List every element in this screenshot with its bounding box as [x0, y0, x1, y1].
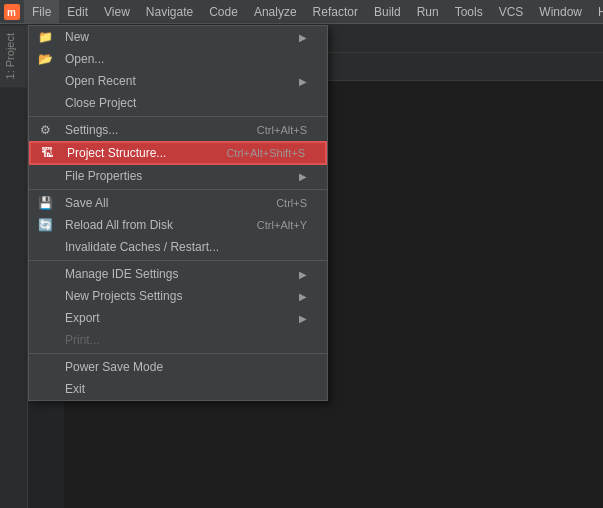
menubar-window[interactable]: Window — [531, 0, 590, 23]
manage-ide-arrow-icon: ▶ — [299, 269, 307, 280]
menu-item-save-all[interactable]: 💾 Save All Ctrl+S — [29, 192, 327, 214]
menubar-build[interactable]: Build — [366, 0, 409, 23]
menu-item-export-label: Export — [65, 311, 299, 325]
menu-item-reload-label: Reload All from Disk — [65, 218, 237, 232]
project-structure-icon: 🏗 — [39, 145, 55, 161]
menu-item-reload[interactable]: 🔄 Reload All from Disk Ctrl+Alt+Y — [29, 214, 327, 236]
menubar-edit[interactable]: Edit — [59, 0, 96, 23]
menu-item-close-project[interactable]: Close Project — [29, 92, 327, 114]
menubar-code[interactable]: Code — [201, 0, 246, 23]
menu-item-new[interactable]: 📁 New ▶ — [29, 26, 327, 48]
menu-item-print: Print... — [29, 329, 327, 351]
print-icon — [37, 332, 53, 348]
menu-item-invalidate-label: Invalidate Caches / Restart... — [65, 240, 307, 254]
export-arrow-icon: ▶ — [299, 313, 307, 324]
new-projects-arrow-icon: ▶ — [299, 291, 307, 302]
reload-shortcut: Ctrl+Alt+Y — [237, 219, 307, 231]
menu-item-invalidate[interactable]: Invalidate Caches / Restart... — [29, 236, 327, 258]
menu-item-new-label: New — [65, 30, 299, 44]
exit-icon — [37, 381, 53, 397]
invalidate-icon — [37, 239, 53, 255]
open-recent-arrow-icon: ▶ — [299, 76, 307, 87]
app-icon: m — [4, 0, 20, 24]
menu-item-manage-ide[interactable]: Manage IDE Settings ▶ — [29, 263, 327, 285]
menubar-file[interactable]: File — [24, 0, 59, 23]
project-structure-shortcut: Ctrl+Alt+Shift+S — [206, 147, 305, 159]
separator-4 — [29, 353, 327, 354]
menubar-analyze[interactable]: Analyze — [246, 0, 305, 23]
file-properties-arrow-icon: ▶ — [299, 171, 307, 182]
export-icon — [37, 310, 53, 326]
menu-item-new-projects-label: New Projects Settings — [65, 289, 299, 303]
file-properties-icon — [37, 168, 53, 184]
settings-icon: ⚙ — [37, 122, 53, 138]
menubar-refactor[interactable]: Refactor — [305, 0, 366, 23]
separator-2 — [29, 189, 327, 190]
settings-shortcut: Ctrl+Alt+S — [237, 124, 307, 136]
menu-item-power-save-label: Power Save Mode — [65, 360, 307, 374]
menubar-vcs[interactable]: VCS — [491, 0, 532, 23]
menu-item-power-save[interactable]: Power Save Mode — [29, 356, 327, 378]
new-icon: 📁 — [37, 29, 53, 45]
menubar-help[interactable]: Help — [590, 0, 603, 23]
menu-item-open[interactable]: 📂 Open... — [29, 48, 327, 70]
separator-3 — [29, 260, 327, 261]
close-project-icon — [37, 95, 53, 111]
menu-item-manage-ide-label: Manage IDE Settings — [65, 267, 299, 281]
menu-item-settings[interactable]: ⚙ Settings... Ctrl+Alt+S — [29, 119, 327, 141]
manage-ide-icon — [37, 266, 53, 282]
menubar: m File Edit View Navigate Code Analyze R… — [0, 0, 603, 24]
menu-item-project-structure[interactable]: 🏗 Project Structure... Ctrl+Alt+Shift+S — [29, 141, 327, 165]
menu-item-open-recent[interactable]: Open Recent ▶ — [29, 70, 327, 92]
menu-item-print-label: Print... — [65, 333, 307, 347]
menu-item-open-recent-label: Open Recent — [65, 74, 299, 88]
open-icon: 📂 — [37, 51, 53, 67]
separator-1 — [29, 116, 327, 117]
menubar-view[interactable]: View — [96, 0, 138, 23]
menu-item-file-properties-label: File Properties — [65, 169, 299, 183]
svg-text:m: m — [7, 7, 16, 18]
menu-item-new-projects[interactable]: New Projects Settings ▶ — [29, 285, 327, 307]
file-dropdown-menu: 📁 New ▶ 📂 Open... Open Recent ▶ Close Pr… — [28, 25, 328, 401]
menu-item-settings-label: Settings... — [65, 123, 237, 137]
power-save-icon — [37, 359, 53, 375]
menu-item-export[interactable]: Export ▶ — [29, 307, 327, 329]
menu-item-open-label: Open... — [65, 52, 307, 66]
new-projects-icon — [37, 288, 53, 304]
menubar-run[interactable]: Run — [409, 0, 447, 23]
new-arrow-icon: ▶ — [299, 32, 307, 43]
menu-item-exit[interactable]: Exit — [29, 378, 327, 400]
menu-item-close-project-label: Close Project — [65, 96, 307, 110]
menu-item-project-structure-label: Project Structure... — [67, 146, 206, 160]
menu-item-exit-label: Exit — [65, 382, 307, 396]
menubar-navigate[interactable]: Navigate — [138, 0, 201, 23]
menu-item-save-all-label: Save All — [65, 196, 256, 210]
menubar-tools[interactable]: Tools — [447, 0, 491, 23]
reload-icon: 🔄 — [37, 217, 53, 233]
open-recent-icon — [37, 73, 53, 89]
save-all-icon: 💾 — [37, 195, 53, 211]
save-all-shortcut: Ctrl+S — [256, 197, 307, 209]
menu-item-file-properties[interactable]: File Properties ▶ — [29, 165, 327, 187]
